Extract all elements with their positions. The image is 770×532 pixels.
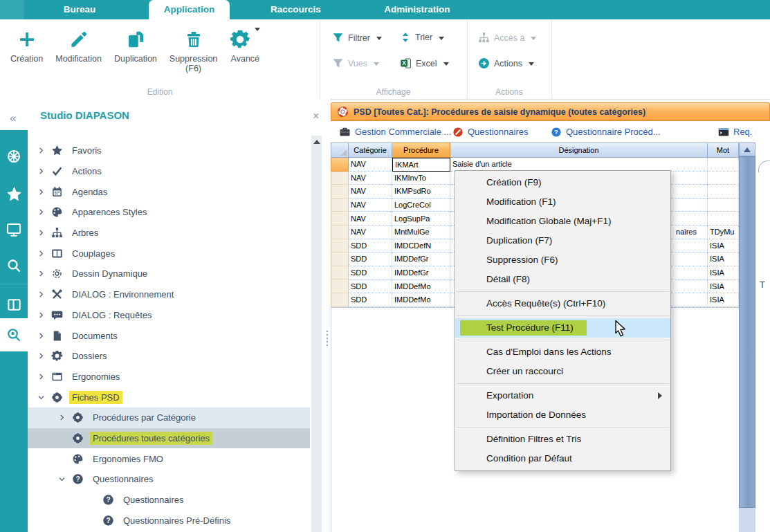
sidebar-item-ergonomies[interactable]: Ergonomies xyxy=(28,367,310,387)
sidebar-close-icon[interactable]: × xyxy=(313,110,319,122)
sidebar-item-couplages[interactable]: Couplages xyxy=(28,243,310,264)
panel-splitter[interactable] xyxy=(324,99,331,532)
monitor-icon[interactable] xyxy=(0,219,28,241)
cell-categorie[interactable]: SDD xyxy=(349,279,392,293)
actions-dropdown-arrow[interactable] xyxy=(529,62,534,66)
search-pin-icon[interactable] xyxy=(0,318,28,351)
cell-categorie[interactable]: NAV xyxy=(349,185,392,199)
filtrer-dropdown-arrow[interactable] xyxy=(376,37,382,40)
tab-bureau[interactable]: Bureau xyxy=(28,0,131,19)
sidebar-item-dossiers[interactable]: Dossiers xyxy=(28,346,310,367)
menu-item-suppression-f6[interactable]: Suppression (F6) xyxy=(455,250,670,270)
system-menu-box[interactable] xyxy=(0,0,24,19)
row-selector[interactable] xyxy=(331,239,349,253)
cell-mot[interactable]: ISIA xyxy=(708,239,739,253)
sidebar-item-arbres[interactable]: Arbres xyxy=(28,223,310,244)
excel-button[interactable]: X Excel xyxy=(400,57,449,69)
cell-procedure[interactable]: IMDDefGr xyxy=(392,253,450,266)
menu-item-creer-un-raccourci[interactable]: Créer un raccourci xyxy=(455,362,670,381)
menu-item-importation-de-donnees[interactable]: Importation de Données xyxy=(455,405,670,425)
cell-mot[interactable] xyxy=(708,199,739,212)
chevron-down-icon[interactable] xyxy=(37,394,51,401)
row-selector[interactable] xyxy=(331,266,349,280)
col-header-mot[interactable]: Mot xyxy=(708,143,739,158)
row-selector[interactable] xyxy=(331,226,349,239)
sidebar-item-dialog-environnement[interactable]: DIALOG : Environnement xyxy=(28,284,310,305)
chevron-right-icon[interactable] xyxy=(37,352,51,360)
cell-categorie[interactable]: NAV xyxy=(349,226,392,239)
sidebar-item-procedures-toutes-categories[interactable]: Procédures toutes catégories xyxy=(28,428,310,449)
tab-questionnaires[interactable]: Questionnaires xyxy=(452,121,528,143)
cell-mot[interactable]: ISIA xyxy=(708,253,739,266)
cell-procedure[interactable]: IMDDefGr xyxy=(392,266,450,280)
sidebar-item-questionnaires[interactable]: ?Questionnaires xyxy=(28,490,310,511)
chevron-right-icon[interactable] xyxy=(37,332,51,340)
sidebar-item-procedures-par-categorie[interactable]: Procédures par Catégorie xyxy=(28,407,310,428)
menu-item-duplication-f7[interactable]: Duplication (F7) xyxy=(455,231,670,250)
cell-mot[interactable] xyxy=(708,212,739,226)
chevron-right-icon[interactable] xyxy=(37,291,51,298)
duplication-button[interactable]: Duplication xyxy=(108,24,163,65)
row-selector[interactable] xyxy=(331,293,349,307)
cell-categorie[interactable]: NAV xyxy=(349,172,392,185)
tab-administration[interactable]: Administration xyxy=(362,0,473,19)
star-icon[interactable] xyxy=(0,183,28,205)
cell-procedure[interactable]: IMDDefMo xyxy=(392,279,450,293)
row-selector[interactable] xyxy=(331,172,349,185)
excel-dropdown-arrow[interactable] xyxy=(443,62,449,66)
menu-item-detail-f8[interactable]: Détail (F8) xyxy=(455,270,670,289)
chevron-right-icon[interactable] xyxy=(37,229,51,237)
sidebar-item-questionnaires[interactable]: ?Questionnaires xyxy=(28,469,310,490)
row-selector[interactable] xyxy=(331,253,349,266)
cell-procedure[interactable]: LogSupPa xyxy=(392,212,450,226)
menu-item-modification-globale-maj-f1[interactable]: Modification Globale (Maj+F1) xyxy=(455,212,670,231)
cell-categorie[interactable]: SDD xyxy=(349,253,392,266)
chevron-right-icon[interactable] xyxy=(37,188,51,196)
menu-item-creation-f9[interactable]: Création (F9) xyxy=(455,173,670,192)
menu-item-condition-par-defaut[interactable]: Condition par Défaut xyxy=(455,449,670,468)
chevron-right-icon[interactable] xyxy=(37,250,51,257)
cell-mot[interactable] xyxy=(708,158,739,172)
table-row[interactable]: NAVIKMArtSaisie d'un article xyxy=(331,158,739,172)
cell-designation[interactable]: Saisie d'un article xyxy=(450,158,708,172)
creation-button[interactable]: Création xyxy=(4,24,49,65)
cell-procedure[interactable]: IKMInvTo xyxy=(392,172,450,185)
sidebar-item-apparences-styles[interactable]: Apparences Styles xyxy=(28,202,310,223)
col-header-designation[interactable]: Désignation xyxy=(450,143,708,158)
psd-window-title-bar[interactable]: PSD [Toutes Cat.]: Procédures de saisie … xyxy=(331,102,770,121)
row-selector[interactable] xyxy=(331,279,349,293)
cell-procedure[interactable]: IKMArt xyxy=(392,158,450,172)
cell-procedure[interactable]: IKMPsdRo xyxy=(392,185,450,199)
actions-button[interactable]: Actions xyxy=(478,57,534,69)
chevron-right-icon[interactable] xyxy=(37,270,51,277)
sidebar-item-dialog-requetes[interactable]: DIALOG : Requêtes xyxy=(28,305,310,326)
splitter-handle[interactable] xyxy=(327,331,328,346)
menu-item-test-procedure-f11[interactable]: Test Procédure (F11) xyxy=(455,318,670,338)
sidebar-item-documents[interactable]: Documents xyxy=(28,325,310,346)
tab-questionnaire-proced[interactable]: ? Questionnaire Procéd... xyxy=(551,121,661,143)
cell-categorie[interactable]: SDD xyxy=(349,239,392,253)
chevron-right-icon[interactable] xyxy=(37,208,51,216)
scroll-up-button[interactable] xyxy=(739,143,755,156)
sidebar-item-questionnaires-pre-definis[interactable]: ?Questionnaires Pré-Définis xyxy=(28,510,310,531)
sidebar-item-ergonomies-fmo[interactable]: Ergonomies FMO xyxy=(28,448,310,469)
sidebar-item-favoris[interactable]: Favoris xyxy=(28,140,310,161)
cell-categorie[interactable]: SDD xyxy=(349,293,392,307)
cell-categorie[interactable]: NAV xyxy=(349,158,392,172)
sidebar-tree-scrollbar[interactable] xyxy=(311,136,322,532)
cell-procedure[interactable]: IMDDefMo xyxy=(392,293,450,307)
sidebar-item-fiches-psd[interactable]: Fiches PSD xyxy=(28,387,310,407)
chevron-right-icon[interactable] xyxy=(37,167,51,175)
wheel-icon[interactable] xyxy=(0,145,28,167)
cell-mot[interactable]: TDyMu xyxy=(708,226,739,239)
sidebar-item-agendas[interactable]: Agendas xyxy=(28,181,310,202)
chevron-down-icon[interactable] xyxy=(58,475,72,483)
cell-mot[interactable]: ISIA xyxy=(708,266,739,280)
table-vertical-scrollbar[interactable] xyxy=(739,143,755,532)
cell-categorie[interactable]: SDD xyxy=(349,266,392,280)
menu-item-definition-filtres-et-tris[interactable]: Définition Filtres et Tris xyxy=(455,430,670,449)
sidebar-collapse-icon[interactable]: « xyxy=(10,111,16,125)
menu-item-modification-f1[interactable]: Modification (F1) xyxy=(455,192,670,212)
row-selector[interactable] xyxy=(331,185,349,199)
filtrer-button[interactable]: Filtrer xyxy=(332,32,382,44)
